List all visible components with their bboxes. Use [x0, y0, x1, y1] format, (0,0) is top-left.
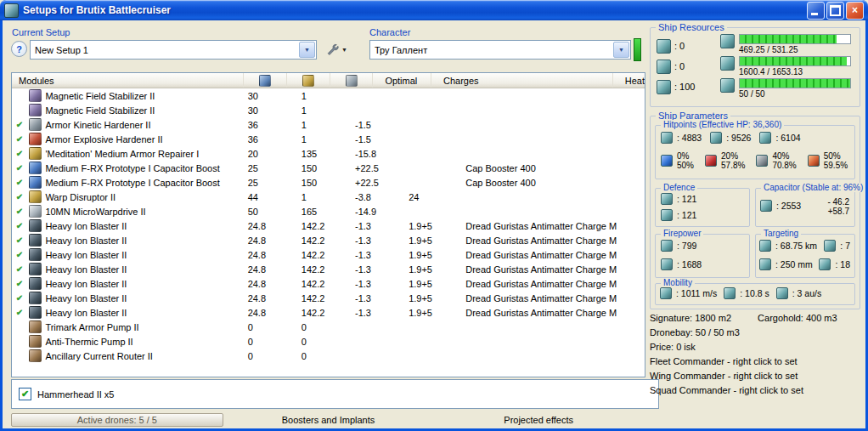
module-row[interactable]: ✔ Heavy Ion Blaster II 24.8 142.2 -1.3 1…	[12, 305, 645, 320]
module-cap-value: -1.3	[343, 264, 397, 275]
module-optimal-value: 1.9+5	[397, 250, 454, 260]
module-row[interactable]: ✔ Heavy Ion Blaster II 24.8 142.2 -1.3 1…	[12, 233, 645, 247]
titlebar[interactable]: Setups for Brutix Battlecruiser ×	[0, 0, 868, 20]
module-powergrid-value: 1	[290, 105, 343, 116]
modules-table: Modules Optimal Charges Heat Magnetic Fi…	[11, 72, 645, 377]
setup-combobox[interactable]: New Setup 1 ▼	[30, 40, 317, 60]
module-row[interactable]: ✔ Medium F-RX Prototype I Capacitor Boos…	[12, 175, 645, 190]
module-optimal-value: 1.9+5	[397, 293, 454, 303]
structure-hp-value: : 6104	[775, 133, 800, 143]
module-charge-name: Dread Guristas Antimatter Charge M	[454, 264, 633, 275]
drone-checkbox[interactable]: ✔	[19, 388, 31, 400]
module-row[interactable]: Trimark Armor Pump II 0 0	[12, 320, 645, 334]
cpu-column-header[interactable]	[244, 73, 287, 88]
module-cap-value: -1.3	[343, 293, 397, 303]
module-row[interactable]: ✔ 10MN MicroWarpdrive II 50 165 -14.9	[12, 204, 645, 218]
fitted-check-icon: ✔	[12, 134, 27, 144]
capacitor-column-header[interactable]	[330, 73, 374, 88]
module-powergrid-value: 165	[290, 207, 343, 217]
explosive-resist-values: 50%59.5%	[824, 151, 848, 170]
dronebay-bar	[739, 78, 851, 88]
wrench-icon	[326, 43, 339, 56]
capacitor-booster-icon	[29, 162, 42, 174]
fleet-commander-line[interactable]: Fleet Commander - right click to set	[650, 356, 860, 366]
module-cpu-value: 24.8	[236, 235, 290, 246]
minimize-button[interactable]	[807, 2, 825, 20]
warp-disruptor-icon	[29, 190, 42, 203]
fitted-check-icon: ✔	[12, 279, 27, 288]
hybrid-turret-icon	[29, 292, 42, 304]
module-cap-value: -1.3	[343, 279, 397, 289]
charges-column-header[interactable]: Charges	[431, 73, 613, 88]
fitted-check-icon: ✔	[12, 235, 27, 245]
fitted-check-icon: ✔	[12, 221, 27, 230]
calibration-value: : 100	[674, 82, 695, 92]
module-row[interactable]: ✔ Heavy Ion Blaster II 24.8 142.2 -1.3 1…	[12, 247, 645, 262]
price-line: Price: 0 isk	[650, 342, 860, 352]
module-cpu-value: 36	[236, 134, 290, 145]
module-powergrid-value: 1	[290, 134, 343, 145]
module-row[interactable]: ✔ Heavy Ion Blaster II 24.8 142.2 -1.3 1…	[12, 276, 645, 291]
module-row[interactable]: ✔ Heavy Ion Blaster II 24.8 142.2 -1.3 1…	[12, 291, 645, 305]
character-combobox[interactable]: Тру Галлент ▼	[369, 40, 631, 60]
calibration-icon	[657, 80, 671, 94]
module-row[interactable]: Ancillary Current Router II 0 0	[12, 349, 645, 363]
setup-tools-button[interactable]: ▼	[323, 40, 351, 59]
capacitor-column-icon	[346, 75, 358, 87]
wing-commander-line[interactable]: Wing Commander - right click to set	[650, 371, 860, 381]
module-row[interactable]: Magnetic Field Stabilizer II 30 1	[12, 103, 645, 117]
tab-boosters-implants[interactable]: Boosters and Implants	[223, 413, 434, 427]
module-name: Heavy Ion Blaster II	[43, 264, 235, 275]
module-cap-value: -1.3	[343, 221, 397, 231]
module-row[interactable]: Anti-Thermic Pump II 0 0	[12, 334, 645, 349]
module-row[interactable]: ✔ Heavy Ion Blaster II 24.8 142.2 -1.3 1…	[12, 218, 645, 233]
module-cpu-value: 24.8	[236, 264, 290, 275]
defence-value-1: : 121	[677, 194, 696, 204]
fitted-check-icon: ✔	[12, 163, 27, 173]
modules-column-header[interactable]: Modules	[12, 73, 244, 88]
tab-projected-effects[interactable]: Projected effects	[433, 413, 644, 427]
maximize-button[interactable]	[826, 2, 844, 20]
module-powergrid-value: 142.2	[290, 308, 343, 318]
app-window: Setups for Brutix Battlecruiser × Curren…	[0, 0, 868, 431]
module-cpu-value: 24.8	[236, 293, 290, 303]
module-row[interactable]: Magnetic Field Stabilizer II 30 1	[12, 88, 645, 103]
fitted-check-icon: ✔	[12, 178, 27, 187]
module-cpu-value: 25	[236, 178, 290, 188]
turret-hardpoints-value: : 0	[674, 41, 685, 51]
module-cpu-value: 36	[236, 120, 290, 130]
module-row[interactable]: ✔ 'Meditation' Medium Armor Repairer I 2…	[12, 146, 645, 161]
powergrid-column-header[interactable]	[287, 73, 330, 88]
module-row[interactable]: ✔ Armor Kinetic Hardener II 36 1 -1.5	[12, 117, 645, 132]
module-cpu-value: 24.8	[236, 250, 290, 260]
close-button[interactable]: ×	[846, 2, 864, 20]
magnetic-field-stabilizer-icon	[29, 89, 42, 102]
max-velocity-icon	[660, 287, 672, 299]
fitted-check-icon: ✔	[12, 120, 27, 129]
signature-cargohold-line: Signature: 1800 m2 Cargohold: 400 m3	[650, 313, 860, 323]
minimize-icon	[811, 13, 818, 15]
module-row[interactable]: ✔ Heavy Ion Blaster II 24.8 142.2 -1.3 1…	[12, 262, 645, 276]
module-powergrid-value: 135	[290, 149, 343, 159]
squad-commander-line[interactable]: Squad Commander - right click to set	[650, 385, 860, 395]
targeting-range-icon	[759, 240, 771, 252]
volley-value: : 1688	[677, 259, 702, 269]
defence-panel: Defence : 121 : 121	[655, 188, 750, 227]
module-row[interactable]: ✔ Medium F-RX Prototype I Capacitor Boos…	[12, 161, 645, 175]
ship-resources-panel: Ship Resources : 0 : 0 : 100 469.25 / 53…	[650, 27, 860, 107]
character-label: Character	[369, 27, 410, 37]
module-name: Armor Explosive Hardener II	[43, 134, 235, 145]
right-pane: Ship Resources : 0 : 0 : 100 469.25 / 53…	[648, 20, 860, 428]
help-button[interactable]: ?	[11, 41, 27, 57]
optimal-column-header[interactable]: Optimal	[373, 73, 431, 88]
module-row[interactable]: ✔ Armor Explosive Hardener II 36 1 -1.5	[12, 132, 645, 146]
module-charge-name: Dread Guristas Antimatter Charge M	[454, 279, 633, 289]
setup-combobox-arrow[interactable]: ▼	[299, 42, 315, 58]
module-cpu-value: 0	[236, 322, 290, 332]
module-row[interactable]: ✔ Warp Disruptor II 44 1 -3.8 24	[12, 190, 645, 204]
module-name: Warp Disruptor II	[43, 192, 235, 202]
tab-active-drones[interactable]: Active drones: 5 / 5	[11, 413, 223, 427]
character-combobox-arrow[interactable]: ▼	[613, 42, 629, 58]
ship-parameters-panel: Ship Parameters Hitpoints (Effective HP:…	[650, 116, 860, 309]
heat-column-header[interactable]: Heat	[613, 73, 645, 88]
